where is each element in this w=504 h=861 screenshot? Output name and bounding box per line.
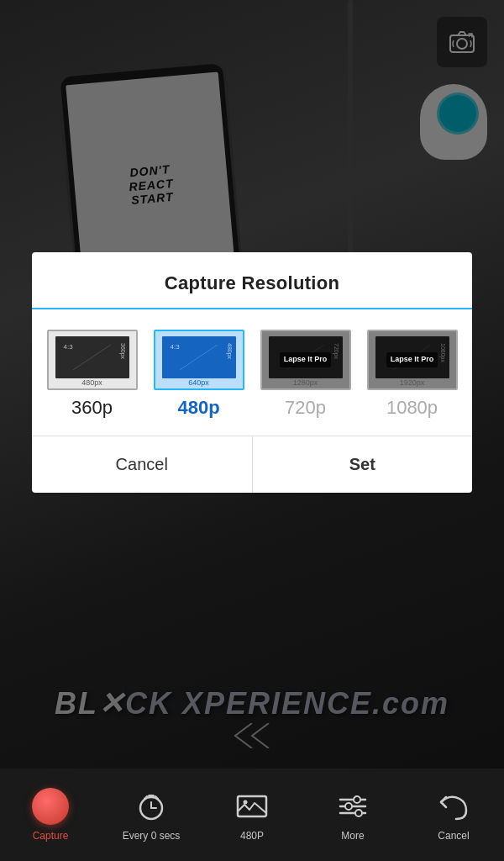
timer-icon (133, 788, 170, 825)
res-thumb-inner-480p: 4:3 480px (162, 336, 236, 378)
res-label-480p: 480p (177, 397, 219, 419)
res-thumb-svg-360p (70, 345, 114, 370)
res-label-360p: 360p (71, 397, 113, 419)
undo-icon (435, 788, 472, 825)
res-thumb-360p: 4:3 360px 480px (47, 330, 138, 390)
res-thumb-inner-360p: 4:3 360px (55, 336, 129, 378)
res-thumb-480p: 4:3 480px 640px (154, 330, 244, 390)
resolution-option-1080p[interactable]: 1080px Lapse It Pro 1920px 1080p (362, 330, 462, 419)
toolbar-resolution[interactable]: 480P (202, 788, 302, 842)
res-thumb-svg-480p (176, 345, 221, 370)
toolbar-capture-label: Capture (33, 830, 69, 842)
res-label-1080p: 1080p (386, 397, 438, 419)
toolbar-cancel[interactable]: Cancel (403, 788, 504, 842)
capture-red-dot (32, 788, 69, 825)
resolution-option-360p[interactable]: 4:3 360px 480px 360p (42, 330, 142, 419)
toolbar-every[interactable]: Every 0 secs (101, 788, 202, 842)
res-label-720p: 720p (285, 397, 326, 419)
svg-point-11 (244, 800, 248, 805)
capture-resolution-dialog: Capture Resolution 4:3 360px 480px 360p (32, 252, 472, 493)
res-360p-px: 480px (49, 378, 136, 387)
dialog-title: Capture Resolution (32, 252, 472, 308)
res-1080p-px: 1920px (369, 378, 456, 387)
svg-point-16 (345, 803, 352, 810)
resolution-options: 4:3 360px 480px 360p 4:3 480px 640px 480… (32, 309, 472, 436)
sliders-icon (334, 788, 371, 825)
resolution-option-720p[interactable]: 720px Lapse It Pro 1280px 720p (255, 330, 355, 419)
toolbar-capture[interactable]: Capture (0, 788, 101, 842)
svg-rect-7 (148, 795, 155, 797)
toolbar-every-label: Every 0 secs (123, 830, 181, 842)
toolbar-resolution-label: 480P (240, 830, 264, 842)
res-480p-ratio: 4:3 (171, 343, 180, 351)
record-icon (32, 788, 69, 825)
bottom-toolbar: Capture Every 0 secs 480P (0, 769, 504, 861)
res-thumb-1080p: 1080px Lapse It Pro 1920px (367, 330, 458, 390)
toolbar-cancel-label: Cancel (438, 830, 469, 842)
toolbar-more-label: More (341, 830, 364, 842)
svg-point-17 (355, 810, 362, 816)
resolution-option-480p[interactable]: 4:3 480px 640px 480p (149, 330, 249, 419)
toolbar-more[interactable]: More (302, 788, 403, 842)
svg-line-2 (73, 345, 111, 370)
res-720p-lock-label: Lapse It Pro (280, 352, 332, 367)
res-thumb-720p: 720px Lapse It Pro 1280px (260, 330, 351, 390)
res-1080p-lock-label: Lapse It Pro (386, 352, 438, 367)
svg-line-3 (180, 345, 218, 370)
res-480p-dim: 480px (227, 343, 233, 359)
res-480p-px: 640px (155, 378, 243, 387)
set-button[interactable]: Set (253, 436, 473, 493)
svg-point-15 (354, 796, 360, 803)
cancel-button[interactable]: Cancel (32, 436, 253, 493)
res-360p-dim: 360px (120, 343, 126, 359)
image-icon (234, 788, 270, 825)
dialog-actions: Cancel Set (32, 436, 472, 493)
res-360p-ratio: 4:3 (64, 343, 73, 351)
res-720p-px: 1280px (262, 378, 349, 387)
